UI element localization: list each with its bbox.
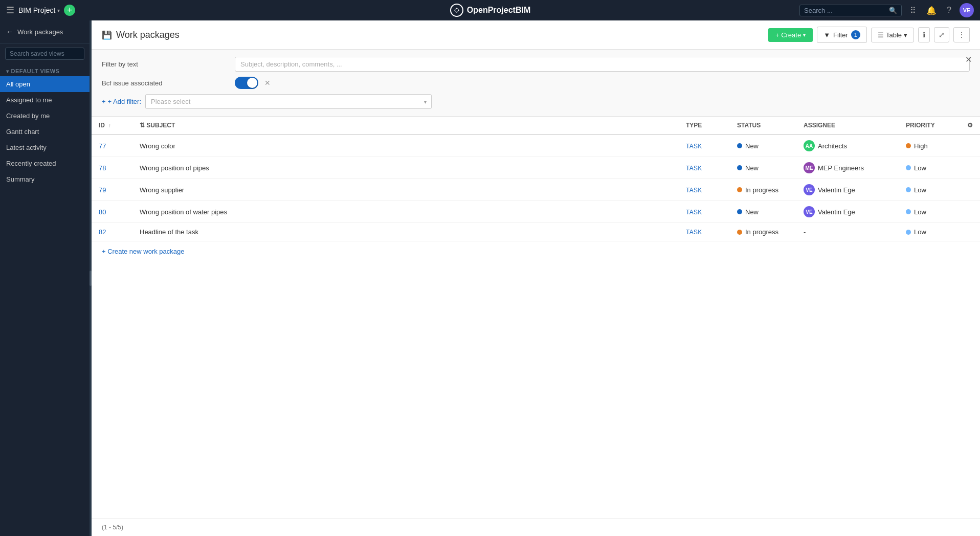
section-collapse-icon: ▾	[6, 69, 9, 74]
sidebar-item-gantt-chart[interactable]: Gantt chart	[0, 124, 90, 140]
wp-id-link[interactable]: 80	[99, 208, 106, 216]
notifications-bell-icon[interactable]: 🔔	[924, 4, 939, 17]
add-filter-select[interactable]: Please select	[145, 94, 432, 109]
work-package-type[interactable]: TASK	[679, 201, 730, 223]
hamburger-icon[interactable]: ☰	[6, 5, 14, 16]
project-dropdown-icon: ▾	[57, 8, 60, 13]
top-nav-left: ☰ BIM Project ▾ +	[6, 5, 329, 16]
add-filter-button[interactable]: + + Add filter:	[102, 98, 141, 105]
row-actions-cell	[960, 179, 980, 201]
work-package-type[interactable]: TASK	[679, 179, 730, 201]
task-type-link[interactable]: TASK	[686, 229, 702, 236]
top-nav-center: OpenProjectBIM	[329, 3, 652, 17]
sidebar-search-input[interactable]	[10, 50, 86, 57]
sidebar-item-latest-activity[interactable]: Latest activity	[0, 140, 90, 155]
assignee-avatar: ME	[804, 162, 815, 173]
column-header-settings[interactable]: ⚙	[960, 117, 980, 135]
task-type-link[interactable]: TASK	[686, 209, 702, 216]
sidebar-item-all-open[interactable]: All open	[0, 76, 90, 92]
bcf-filter-label: Bcf issue associated	[102, 79, 235, 87]
status-dot	[737, 165, 742, 170]
filter-button[interactable]: ▼ Filter 1	[817, 27, 867, 43]
filter-panel-close-button[interactable]: ✕	[965, 55, 972, 64]
work-package-id[interactable]: 82	[92, 223, 132, 241]
task-type-link[interactable]: TASK	[686, 187, 702, 194]
bcf-filter-row: Bcf issue associated ✕	[102, 77, 970, 89]
row-actions-cell	[960, 223, 980, 241]
global-search-box[interactable]: 🔍	[799, 5, 902, 16]
create-button[interactable]: + Create ▾	[768, 28, 813, 42]
sidebar-back[interactable]: ← Work packages	[0, 20, 90, 43]
sidebar-item-created-by-me[interactable]: Created by me	[0, 108, 90, 124]
task-type-link[interactable]: TASK	[686, 143, 702, 150]
table-view-button[interactable]: ☰ Table ▾	[871, 28, 914, 42]
column-header-type[interactable]: TYPE	[679, 117, 730, 135]
work-package-assignee: -	[796, 223, 899, 241]
priority-dot	[906, 187, 911, 192]
sidebar-item-summary[interactable]: Summary	[0, 171, 90, 187]
wp-id-link[interactable]: 79	[99, 186, 106, 194]
sidebar-item-assigned-to-me[interactable]: Assigned to me	[0, 92, 90, 108]
column-header-status[interactable]: STATUS	[730, 117, 796, 135]
work-package-subject: Wrong position of water pipes	[132, 201, 679, 223]
work-package-status: New	[730, 157, 796, 179]
work-package-type[interactable]: TASK	[679, 135, 730, 157]
work-package-id[interactable]: 79	[92, 179, 132, 201]
priority-text: Low	[914, 228, 926, 236]
sidebar-search-box[interactable]: 🔍	[5, 48, 84, 60]
wp-id-link[interactable]: 78	[99, 164, 106, 172]
column-header-subject[interactable]: ⇅ SUBJECT	[132, 117, 679, 135]
wp-id-link[interactable]: 77	[99, 142, 106, 150]
task-type-link[interactable]: TASK	[686, 165, 702, 172]
more-options-button[interactable]: ⋮	[953, 27, 970, 42]
priority-text: High	[914, 142, 928, 150]
work-packages-header: 💾 Work packages + Create ▾ ▼ Filter 1 ☰ …	[92, 20, 980, 50]
work-package-subject: Headline of the task	[132, 223, 679, 241]
work-package-assignee: VEValentin Ege	[796, 179, 899, 201]
bcf-filter-remove-button[interactable]: ✕	[264, 79, 271, 87]
work-packages-table: ID ↑ ⇅ SUBJECT TYPE STATUS	[92, 117, 980, 241]
sort-icon-id: ↑	[108, 123, 111, 128]
global-search-input[interactable]	[804, 7, 886, 14]
status-dot	[737, 209, 742, 214]
resize-handle-visual	[90, 271, 92, 286]
help-icon-button[interactable]: ?	[945, 4, 953, 17]
status-text: New	[745, 164, 759, 172]
assignee-name: Architects	[818, 142, 847, 150]
grid-icon-button[interactable]: ⠿	[908, 4, 918, 17]
info-button[interactable]: ℹ	[918, 27, 930, 42]
work-packages-title: 💾 Work packages	[102, 30, 180, 40]
table-header-row: ID ↑ ⇅ SUBJECT TYPE STATUS	[92, 117, 980, 135]
add-filter-plus-icon: +	[102, 98, 106, 105]
column-header-priority[interactable]: PRIORITY	[899, 117, 960, 135]
work-package-type[interactable]: TASK	[679, 223, 730, 241]
work-package-id[interactable]: 78	[92, 157, 132, 179]
priority-column-label: PRIORITY	[906, 122, 935, 129]
search-icon: 🔍	[889, 7, 897, 14]
wp-id-link[interactable]: 82	[99, 228, 106, 236]
priority-text: Low	[914, 186, 926, 194]
assignee-name: MEP Engineers	[818, 164, 864, 172]
column-header-assignee[interactable]: ASSIGNEE	[796, 117, 899, 135]
bcf-toggle[interactable]	[235, 77, 258, 89]
create-work-package-link[interactable]: + Create new work package	[92, 241, 980, 261]
user-avatar[interactable]: VE	[960, 3, 974, 17]
table-button-label: Table	[886, 31, 902, 39]
table-dropdown-icon: ▾	[904, 31, 907, 39]
project-name[interactable]: BIM Project ▾	[18, 6, 60, 14]
project-name-label: BIM Project	[18, 6, 55, 14]
add-project-button[interactable]: +	[64, 5, 75, 16]
work-package-type[interactable]: TASK	[679, 157, 730, 179]
assignee-avatar: VE	[804, 206, 815, 217]
id-column-label: ID	[99, 122, 105, 129]
assignee-avatar: AA	[804, 140, 815, 151]
filter-by-text-input[interactable]	[235, 57, 970, 72]
sidebar-item-recently-created[interactable]: Recently created	[0, 155, 90, 171]
work-package-id[interactable]: 77	[92, 135, 132, 157]
work-package-id[interactable]: 80	[92, 201, 132, 223]
expand-button[interactable]: ⤢	[934, 27, 949, 42]
column-header-id[interactable]: ID ↑	[92, 117, 132, 135]
sidebar-search-container: 🔍	[0, 43, 90, 64]
table-count-footer: (1 - 5/5)	[92, 518, 980, 536]
work-package-status: New	[730, 201, 796, 223]
